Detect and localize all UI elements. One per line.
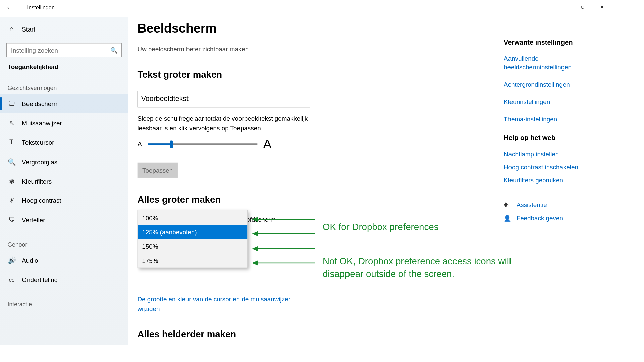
assist-icon: 🗣 <box>504 201 512 208</box>
closed-captions-icon: ㏄ <box>8 275 16 284</box>
help-link[interactable]: Nachtlamp instellen <box>504 149 599 158</box>
related-link[interactable]: Achtergrondinstellingen <box>504 80 599 89</box>
sidebar-item-label: Tekstcursor <box>22 139 54 146</box>
cursor-settings-link[interactable]: De grootte en kleur van de cursor en de … <box>137 295 310 314</box>
search-icon: 🔍 <box>110 47 117 53</box>
magnifier-icon: 🔍 <box>8 158 16 166</box>
window-title: Instellingen <box>19 0 55 15</box>
main-content: Beeldscherm Uw beeldscherm beter zichtba… <box>137 17 498 345</box>
sidebar-item-label: Vergrootglas <box>22 158 57 165</box>
sidebar-item-label: Kleurfilters <box>22 177 52 184</box>
help-link[interactable]: Kleurfilters gebruiken <box>504 176 599 184</box>
narrator-icon: 🗨 <box>8 216 16 224</box>
slider-label-small-a: A <box>137 140 142 148</box>
sidebar-item-label: Verteller <box>22 216 45 223</box>
apply-button[interactable]: Toepassen <box>137 163 178 178</box>
assist-label: Assistentie <box>517 201 547 208</box>
sidebar-item-narrator[interactable]: 🗨Verteller <box>0 210 128 230</box>
sidebar-item-label: Audio <box>22 256 38 263</box>
related-link[interactable]: Thema-instellingen <box>504 115 599 123</box>
sidebar-item-high-contrast[interactable]: ☀Hoog contrast <box>0 191 128 210</box>
sidebar-item-audio[interactable]: 🔊Audio <box>0 250 128 270</box>
feedback-icon: 👤 <box>504 215 512 221</box>
category-heading: Toegankelijkheid <box>0 57 128 73</box>
related-link[interactable]: Kleurinstellingen <box>504 97 599 106</box>
close-button[interactable]: ✕ <box>592 0 612 13</box>
home-nav[interactable]: ⌂ Start <box>0 20 128 38</box>
sidebar-item-text-cursor[interactable]: ᏆTekstcursor <box>0 133 128 152</box>
sidebar-item-closed-captions[interactable]: ㏄Ondertiteling <box>0 270 128 289</box>
everything-bigger-header: Alles groter maken <box>137 194 493 205</box>
slider-description: Sleep de schuifregelaar totdat de voorbe… <box>137 114 314 133</box>
help-web-header: Help op het web <box>504 134 599 142</box>
annotation-notok-text: Not OK, Dropbox preference access icons … <box>323 255 542 280</box>
scale-option[interactable]: 100% <box>138 210 248 225</box>
related-link[interactable]: Aanvullende beeldscherminstellingen <box>504 54 599 72</box>
sidebar-group-header: Gehoor <box>0 229 128 250</box>
back-button[interactable]: ← <box>0 0 19 15</box>
sidebar-group-header: Gezichtsvermogen <box>0 73 128 94</box>
sidebar-item-label: Hoog contrast <box>22 197 61 204</box>
help-link[interactable]: Hoog contrast inschakelen <box>504 163 599 171</box>
home-label: Start <box>22 25 35 33</box>
sidebar-item-magnifier[interactable]: 🔍Vergrootglas <box>0 152 128 171</box>
sidebar-group-header: Interactie <box>0 289 128 310</box>
sidebar: ⌂ Start 🔍 Toegankelijkheid Gezichtsvermo… <box>0 17 128 345</box>
home-icon: ⌂ <box>8 25 16 33</box>
brighter-header: Alles helderder maken <box>137 329 493 340</box>
feedback-label: Feedback geven <box>517 214 563 221</box>
high-contrast-icon: ☀ <box>8 196 16 204</box>
related-settings-header: Verwante instellingen <box>504 39 599 47</box>
assist-row[interactable]: 🗣 Assistentie <box>504 201 599 208</box>
display-icon: 🖵 <box>8 100 16 108</box>
page-title: Beeldscherm <box>137 17 493 35</box>
page-subtitle: Uw beeldscherm beter zichtbaar maken. <box>137 46 493 53</box>
sample-text-box: Voorbeeldtekst <box>137 90 310 107</box>
sidebar-item-label: Ondertiteling <box>22 276 58 283</box>
annotation-arrow-1 <box>253 219 315 220</box>
color-filters-icon: ❃ <box>8 177 16 185</box>
sidebar-item-display[interactable]: 🖵Beeldscherm <box>0 94 128 113</box>
text-bigger-header: Tekst groter maken <box>137 69 493 80</box>
audio-icon: 🔊 <box>8 256 16 264</box>
scale-option[interactable]: 125% (aanbevolen) <box>138 225 248 239</box>
annotation-arrow-3 <box>253 248 315 249</box>
text-size-slider[interactable] <box>148 143 257 145</box>
scale-option[interactable]: 150% <box>138 239 248 253</box>
annotation-arrow-4 <box>253 263 315 264</box>
sidebar-item-mouse-pointer[interactable]: ↖Muisaanwijzer <box>0 113 128 133</box>
related-pane: Verwante instellingen Aanvullende beelds… <box>504 39 599 228</box>
scale-dropdown-list[interactable]: 100%125% (aanbevolen)150%175% <box>137 210 248 268</box>
mouse-pointer-icon: ↖ <box>8 119 16 127</box>
sidebar-item-label: Beeldscherm <box>22 100 59 107</box>
annotation-arrow-2 <box>253 233 315 234</box>
search-input[interactable] <box>6 43 122 57</box>
maximize-button[interactable]: ▢ <box>573 0 592 13</box>
slider-thumb[interactable] <box>170 140 173 148</box>
scale-option[interactable]: 175% <box>138 253 248 268</box>
sidebar-item-color-filters[interactable]: ❃Kleurfilters <box>0 171 128 191</box>
text-cursor-icon: Ꮖ <box>8 138 16 146</box>
sidebar-item-label: Muisaanwijzer <box>22 119 62 126</box>
feedback-row[interactable]: 👤 Feedback geven <box>504 214 599 221</box>
slider-label-big-a: A <box>263 137 271 152</box>
annotation-ok-text: OK for Dropbox preferences <box>323 221 439 233</box>
minimize-button[interactable]: — <box>553 0 573 13</box>
